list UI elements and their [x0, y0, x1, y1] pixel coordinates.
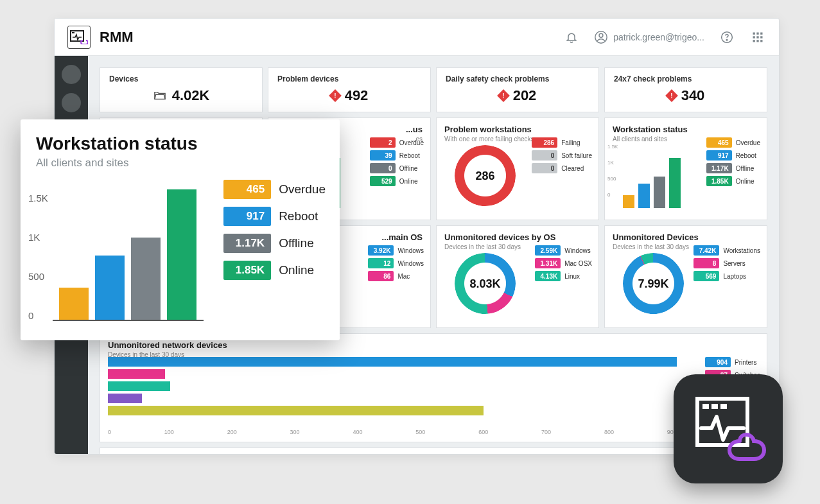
svg-rect-6: [753, 32, 755, 34]
user-email: patrick.green@trigeo...: [613, 32, 704, 42]
zoom-legend: 465Overdue 917Reboot 1.17KOffline 1.85KO…: [223, 180, 326, 280]
topbar-actions: patrick.green@trigeo...: [563, 29, 766, 46]
bar-overdue: [59, 288, 89, 321]
user-icon: [594, 30, 608, 44]
zoom-baseline: [53, 320, 204, 321]
apps-icon[interactable]: [749, 29, 766, 46]
stat-daily-check[interactable]: Daily safety check problems 202: [436, 67, 599, 112]
card-grid-row3: Unmonitored network devices Devices in t…: [100, 333, 767, 454]
svg-rect-16: [702, 404, 709, 409]
stat-label: 24x7 check problems: [614, 74, 758, 83]
topbar: RMM patrick.green@trigeo...: [55, 19, 779, 56]
workstation-status-zoom: Workstation status All clients and sites…: [21, 119, 340, 340]
stat-value: 4.02K: [109, 87, 253, 104]
app-icon: [674, 374, 783, 483]
brand-logo: [67, 26, 91, 49]
card-unmonitored-devices[interactable]: Unmonitored Devices Devices in the last …: [604, 225, 767, 328]
stat-devices[interactable]: Devices 4.02K: [100, 67, 263, 112]
svg-rect-12: [753, 40, 755, 42]
stats-row: Devices 4.02K Problem devices 492 Daily …: [100, 67, 767, 112]
svg-rect-14: [760, 40, 762, 42]
card-title: Workstation status: [613, 125, 759, 134]
svg-point-5: [726, 39, 728, 40]
alert-icon: [665, 89, 678, 102]
sidebar-item-2[interactable]: [62, 93, 81, 112]
zoom-title: Workstation status: [36, 134, 324, 154]
card-title: Unmonitored devices by OS: [444, 232, 591, 242]
folder-icon: [153, 90, 167, 101]
svg-rect-7: [756, 32, 758, 34]
svg-rect-10: [756, 36, 758, 38]
svg-point-3: [599, 33, 603, 37]
sidebar-item-1[interactable]: [62, 65, 81, 84]
card-reboot-time[interactable]: Last reboot time All servers and worksta…: [100, 448, 767, 454]
card-unmonitored-os[interactable]: Unmonitored devices by OS Devices in the…: [436, 225, 599, 328]
bell-icon[interactable]: [563, 29, 580, 46]
svg-rect-18: [720, 404, 727, 409]
svg-rect-1: [72, 32, 74, 33]
donut-center: 286: [475, 169, 494, 182]
stat-247-check[interactable]: 24x7 check problems 340: [604, 67, 767, 112]
card-unmonitored-network[interactable]: Unmonitored network devices Devices in t…: [100, 333, 767, 442]
zoom-sub: All clients and sites: [36, 157, 324, 169]
help-icon[interactable]: [719, 29, 735, 46]
svg-rect-17: [711, 404, 718, 409]
zoom-bars: [59, 189, 200, 321]
user-chip[interactable]: patrick.green@trigeo...: [594, 30, 704, 44]
zoom-y-axis: 1.5K 1K 500 0: [28, 193, 48, 321]
card-title: Problem workstations: [444, 125, 591, 134]
alert-icon: [497, 89, 510, 102]
bar-reboot: [95, 256, 125, 321]
legend: 2Overdue 39Reboot 0Offline 529Online: [370, 137, 424, 186]
svg-rect-13: [756, 40, 758, 42]
alert-icon: [329, 89, 342, 102]
stat-label: Problem devices: [277, 74, 421, 83]
card-workstation-status[interactable]: Workstation status All clients and sites…: [604, 117, 767, 220]
stat-label: Daily safety check problems: [446, 74, 589, 83]
bar-offline: [131, 238, 161, 321]
svg-rect-9: [753, 36, 755, 38]
stat-label: Devices: [109, 74, 253, 83]
card-problem-workstations[interactable]: Problem workstations With one or more fa…: [436, 117, 599, 220]
svg-rect-8: [760, 32, 762, 34]
stat-problem-devices[interactable]: Problem devices 492: [268, 67, 431, 112]
brand-title: RMM: [100, 29, 134, 46]
svg-rect-11: [760, 36, 762, 38]
bar-online: [167, 189, 196, 321]
card-title: Unmonitored Devices: [613, 232, 759, 242]
